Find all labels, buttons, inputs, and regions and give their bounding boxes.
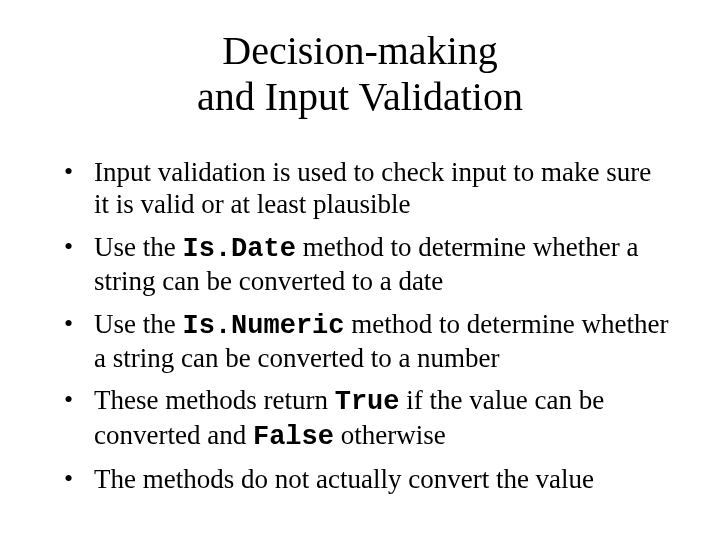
list-item: Input validation is used to check input … bbox=[64, 156, 670, 221]
bullet-text: Use the bbox=[94, 309, 182, 339]
bullet-text: The methods do not actually convert the … bbox=[94, 464, 594, 494]
code-token: False bbox=[253, 422, 334, 452]
slide: Decision-making and Input Validation Inp… bbox=[0, 0, 720, 540]
bullet-text: otherwise bbox=[334, 420, 446, 450]
code-token: True bbox=[335, 387, 400, 417]
list-item: These methods return True if the value c… bbox=[64, 384, 670, 453]
slide-title: Decision-making and Input Validation bbox=[40, 28, 680, 120]
code-token: Is.Date bbox=[182, 234, 295, 264]
title-line-1: Decision-making bbox=[222, 28, 498, 73]
bullet-text: Input validation is used to check input … bbox=[94, 157, 651, 219]
list-item: Use the Is.Date method to determine whet… bbox=[64, 231, 670, 298]
title-line-2: and Input Validation bbox=[197, 74, 523, 119]
list-item: The methods do not actually convert the … bbox=[64, 463, 670, 495]
bullet-text: These methods return bbox=[94, 385, 335, 415]
bullet-list: Input validation is used to check input … bbox=[40, 156, 680, 496]
list-item: Use the Is.Numeric method to determine w… bbox=[64, 308, 670, 375]
bullet-text: Use the bbox=[94, 232, 182, 262]
code-token: Is.Numeric bbox=[182, 311, 344, 341]
